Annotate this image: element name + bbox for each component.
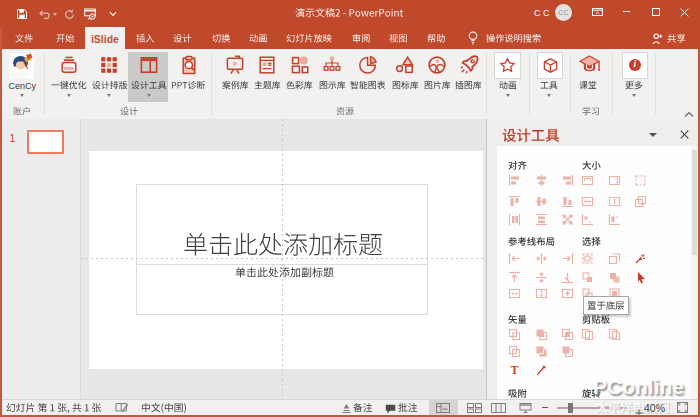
svg-text:T: T	[510, 363, 518, 376]
